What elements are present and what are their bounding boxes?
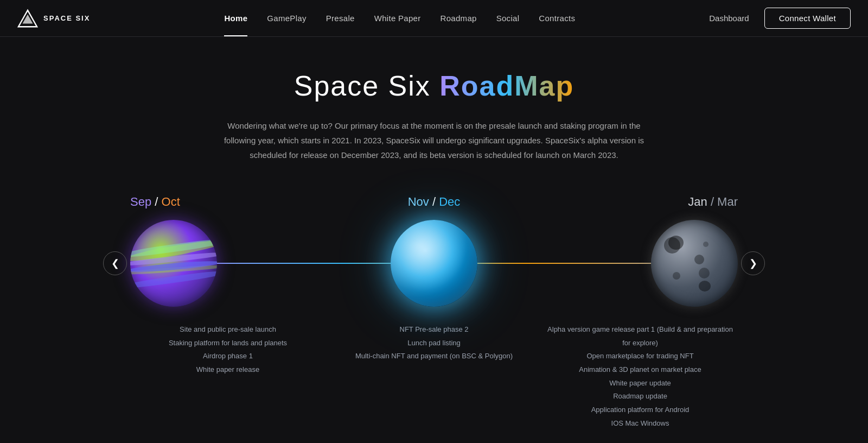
crater-1	[668, 236, 684, 250]
page-title-plain: Space Six	[294, 70, 440, 102]
nav-item-presale[interactable]: Presale	[326, 14, 355, 23]
timeline-visual: ❮	[98, 220, 770, 307]
month3-mar: Mar	[717, 195, 738, 208]
crater-4	[703, 242, 709, 247]
sep1: /	[155, 195, 161, 208]
desc-3-line-3: Animation & 3D planet on market place	[542, 363, 738, 377]
nav-right: Dashboard Connect Wallet	[709, 8, 851, 29]
month-label-2: Nov / Dec	[408, 195, 461, 209]
desc-col-1: Site and public pre-sale launch Staking …	[130, 323, 326, 431]
desc-3-line-4: White paper update	[542, 377, 738, 390]
page-subtitle: Wondering what we're up to? Our primary …	[222, 118, 646, 162]
sep3: /	[711, 195, 717, 208]
roadmap-container: Sep / Oct Nov / Dec Jan / Mar ❮	[54, 195, 814, 431]
page-title: Space Six RoadMap	[0, 69, 868, 102]
planet-2	[391, 220, 477, 307]
desc-1-line-4: White paper release	[130, 363, 326, 377]
nav-item-gameplay[interactable]: GamePlay	[267, 14, 306, 23]
timeline-descriptions: Site and public pre-sale launch Staking …	[98, 323, 770, 431]
logo-text: SPACE SIX	[43, 14, 90, 22]
nav-links: Home GamePlay Presale White Paper Roadma…	[224, 14, 575, 23]
planet-wrapper-1	[130, 220, 217, 307]
logo-icon	[17, 8, 38, 29]
nav-item-roadmap[interactable]: Roadmap	[441, 14, 477, 23]
month1-sep: Sep	[130, 195, 151, 208]
month-label-3: Jan / Mar	[688, 195, 738, 209]
planet-wrapper-2	[391, 220, 477, 307]
desc-1-line-3: Airdrop phase 1	[130, 350, 326, 363]
desc-3-line-5: Roadmap update	[542, 390, 738, 403]
nav-item-social[interactable]: Social	[496, 14, 520, 23]
navigation: SPACE SIX Home GamePlay Presale White Pa…	[0, 0, 868, 37]
desc-3-line-2: Open marketplace for trading NFT	[542, 350, 738, 363]
desc-col-3: Alpha version game release part 1 (Build…	[542, 323, 738, 431]
planet-1	[130, 220, 217, 307]
planet-3	[651, 220, 738, 307]
desc-1-line-2: Staking platform for lands and planets	[130, 337, 326, 350]
desc-3-line-6: Application platform for Android	[542, 403, 738, 417]
crater-3	[673, 272, 680, 280]
connect-wallet-button[interactable]: Connect Wallet	[764, 8, 851, 29]
planet2-glow	[391, 220, 477, 307]
month3-jan: Jan	[688, 195, 707, 208]
desc-3-line-1: Alpha version game release part 1 (Build…	[542, 323, 738, 350]
logo[interactable]: SPACE SIX	[17, 8, 90, 29]
month2-dec: Dec	[439, 195, 460, 208]
crater-5	[699, 281, 711, 292]
desc-3-line-7: IOS Mac Windows	[542, 417, 738, 431]
desc-2-line-1: NFT Pre-sale phase 2	[336, 323, 532, 337]
prev-arrow-button[interactable]: ❮	[103, 251, 127, 275]
desc-1-line-1: Site and public pre-sale launch	[130, 323, 326, 337]
planet-wrapper-3	[651, 220, 738, 307]
sep2: /	[432, 195, 439, 208]
desc-col-2: NFT Pre-sale phase 2 Lunch pad listing M…	[336, 323, 532, 431]
nav-item-home[interactable]: Home	[224, 14, 247, 23]
desc-2-line-3: Multi-chain NFT and payment (on BSC & Po…	[336, 350, 532, 363]
crater-2	[694, 255, 704, 264]
nav-item-whitepaper[interactable]: White Paper	[374, 14, 421, 23]
dashboard-link[interactable]: Dashboard	[709, 14, 749, 23]
next-arrow-button[interactable]: ❯	[741, 251, 765, 275]
month1-oct: Oct	[162, 195, 180, 208]
nav-item-contracts[interactable]: Contracts	[539, 14, 575, 23]
timeline-months: Sep / Oct Nov / Dec Jan / Mar	[98, 195, 770, 209]
main-content: Space Six RoadMap Wondering what we're u…	[0, 37, 868, 443]
desc-2-line-2: Lunch pad listing	[336, 337, 532, 350]
month2-nov: Nov	[408, 195, 429, 208]
page-title-gradient: RoadMap	[439, 70, 574, 102]
month-label-1: Sep / Oct	[130, 195, 180, 209]
